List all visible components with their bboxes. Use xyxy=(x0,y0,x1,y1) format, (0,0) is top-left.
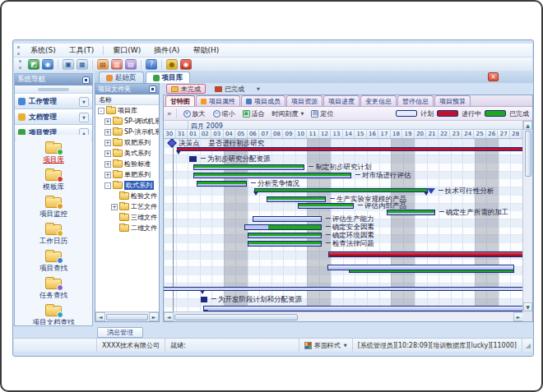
gantt-bar[interactable] xyxy=(244,224,322,230)
report-icon-3[interactable]: ▤ xyxy=(125,59,137,70)
gantt-bar[interactable] xyxy=(248,233,322,238)
expand-icon[interactable]: + xyxy=(104,172,111,178)
gantt-summary-bar[interactable] xyxy=(164,287,522,291)
tree-item[interactable]: -欧式系列 xyxy=(95,180,159,191)
gantt-bar[interactable] xyxy=(328,251,522,257)
filter-unfinished[interactable]: 未完成 xyxy=(166,84,206,94)
scroll-left-icon[interactable]: ◄ xyxy=(164,312,174,321)
scroll-down-icon[interactable]: ▼ xyxy=(523,302,532,311)
tree-item[interactable]: +双肥系列 xyxy=(95,137,159,148)
tree-item[interactable]: +工艺文件 xyxy=(95,201,159,212)
scrollbar-thumb[interactable] xyxy=(106,314,148,321)
collapse-icon[interactable]: - xyxy=(104,182,111,189)
tab-project-budget[interactable]: 项目预算 xyxy=(434,95,471,106)
tab-gantt[interactable]: 甘特图 xyxy=(165,95,195,106)
sidebar-item-project-monitor[interactable]: 项目监控 xyxy=(39,196,67,219)
tree-hscrollbar[interactable]: ◄ ► xyxy=(95,311,159,321)
gantt-hscrollbar[interactable]: ◄ ► xyxy=(164,311,523,321)
drag-grip[interactable] xyxy=(19,60,22,69)
sidebar-item-work-calendar[interactable]: 工作日历 xyxy=(39,223,67,247)
tree-item[interactable]: +美式系列 xyxy=(95,148,159,159)
gantt-summary-collapsed[interactable] xyxy=(189,156,197,162)
menu-window[interactable]: 窗口(W) xyxy=(106,44,147,58)
menu-help[interactable]: 帮助(H) xyxy=(186,44,225,58)
report-icon-2[interactable]: ▥ xyxy=(111,59,123,70)
locate-button[interactable]: ▤定位 xyxy=(309,108,336,119)
scroll-right-icon[interactable]: ► xyxy=(149,312,159,321)
expand-icon[interactable]: + xyxy=(104,118,111,125)
gantt-milestone[interactable] xyxy=(167,139,176,148)
scroll-left-icon[interactable]: ◄ xyxy=(95,312,105,321)
menu-system[interactable]: 系统(S) xyxy=(24,44,63,58)
drag-grip[interactable] xyxy=(17,46,21,55)
pin-icon[interactable] xyxy=(82,76,90,84)
fit-button[interactable]: ▣适合 xyxy=(240,108,267,119)
tab-change-info[interactable]: 变更信息 xyxy=(360,95,397,106)
chevron-icon[interactable]: ▼ xyxy=(79,97,89,107)
gantt-vscrollbar[interactable]: ▲ ▼ xyxy=(522,121,532,311)
gantt-bar[interactable] xyxy=(193,164,304,170)
tree-column-header[interactable]: 名称 xyxy=(95,95,159,105)
sidebar-item-project-doc-search[interactable]: 项目文档查找 xyxy=(33,304,75,325)
sidebar-collapse-handle[interactable] xyxy=(15,85,92,94)
tab-start-page[interactable]: 起始页 xyxy=(99,71,144,83)
ui-style-button[interactable]: 界面样式 ▼ xyxy=(299,339,353,352)
power-icon[interactable]: ◉ xyxy=(180,59,192,70)
tree-item[interactable]: 二维文件 xyxy=(95,223,159,233)
tree-item[interactable]: +单肥系列 xyxy=(95,169,159,180)
gantt-bar[interactable] xyxy=(203,306,522,311)
gantt-summary-bar[interactable] xyxy=(254,188,428,192)
gantt-bar[interactable] xyxy=(298,203,354,209)
timescale-button[interactable]: 时间刻度▼ xyxy=(270,108,307,119)
gantt-bar[interactable] xyxy=(248,241,322,247)
menu-plugins[interactable]: 插件(A) xyxy=(147,44,186,58)
gantt-bar[interactable] xyxy=(197,181,247,187)
sidebar-item-project-library[interactable]: 项目库 xyxy=(43,141,64,165)
connection-icon[interactable]: ◩ xyxy=(28,59,39,70)
overflow-chevrons[interactable]: » xyxy=(167,109,172,118)
tree-item[interactable]: +检验标准 xyxy=(95,159,159,169)
gantt-summary-bar[interactable] xyxy=(177,147,522,151)
tab-pause-info[interactable]: 暂停信息 xyxy=(397,95,434,106)
more-filters-icon[interactable]: ▼ xyxy=(253,85,263,93)
help-icon[interactable]: ? xyxy=(146,59,157,70)
sidebar-item-project-search[interactable]: 项目查找 xyxy=(39,250,67,274)
expand-icon[interactable]: + xyxy=(104,161,111,168)
resize-grip[interactable]: ◢ xyxy=(522,342,532,349)
zoom-out-button[interactable]: −缩小 xyxy=(211,108,238,119)
tab-project-resources[interactable]: 项目资源 xyxy=(286,95,323,106)
scrollbar-thumb[interactable] xyxy=(525,131,531,177)
collapse-icon[interactable]: - xyxy=(98,108,104,114)
lock-icon[interactable]: ● xyxy=(166,59,178,70)
gantt-summary-collapsed[interactable] xyxy=(201,297,207,302)
tab-project-attributes[interactable]: 项目属性 xyxy=(196,95,240,106)
gantt-chart[interactable]: 决策点是否进行初步研究为初步研究分配资源制定初步研究计划对市场进行评估分析竞争情… xyxy=(164,139,522,311)
tab-project-library[interactable]: 项目库 xyxy=(146,71,191,83)
gantt-bar[interactable] xyxy=(387,210,435,215)
sidebar-item-template-library[interactable]: 模板库 xyxy=(43,168,64,192)
filter-finished[interactable]: 已完成 xyxy=(210,84,249,94)
gantt-bar[interactable] xyxy=(267,196,326,202)
menu-tools[interactable]: 工具(T) xyxy=(63,44,101,58)
report-icon-1[interactable]: ▤ xyxy=(97,59,109,70)
tile-windows-icon[interactable]: ▦ xyxy=(77,59,88,70)
scrollbar-thumb[interactable] xyxy=(174,314,298,321)
gantt-milestone-triangle[interactable] xyxy=(427,188,435,194)
scroll-up-icon[interactable]: ▲ xyxy=(523,121,532,130)
zoom-in-button[interactable]: +放大 xyxy=(181,108,208,119)
tab-project-members[interactable]: 项目成员 xyxy=(241,95,285,106)
expand-icon[interactable]: + xyxy=(104,140,111,146)
tree-item[interactable]: -项目库 xyxy=(95,105,159,116)
tab-project-progress[interactable]: 项目进度 xyxy=(323,95,360,106)
expand-icon[interactable]: + xyxy=(104,150,111,157)
sidebar-item-task-search[interactable]: 任务查找 xyxy=(39,277,67,301)
expand-icon[interactable]: + xyxy=(104,129,111,136)
chevron-icon[interactable]: ▼ xyxy=(79,113,89,122)
gantt-progress-stripe[interactable] xyxy=(349,270,514,273)
tree-item[interactable]: +SP-调试机系 xyxy=(95,116,159,127)
gantt-bar[interactable] xyxy=(193,173,351,178)
close-tab-button[interactable]: × xyxy=(488,72,499,81)
message-management-tab[interactable]: 消息管理 xyxy=(97,327,143,338)
gantt-bar[interactable] xyxy=(253,216,322,222)
cascade-windows-icon[interactable]: ▣ xyxy=(63,59,74,70)
